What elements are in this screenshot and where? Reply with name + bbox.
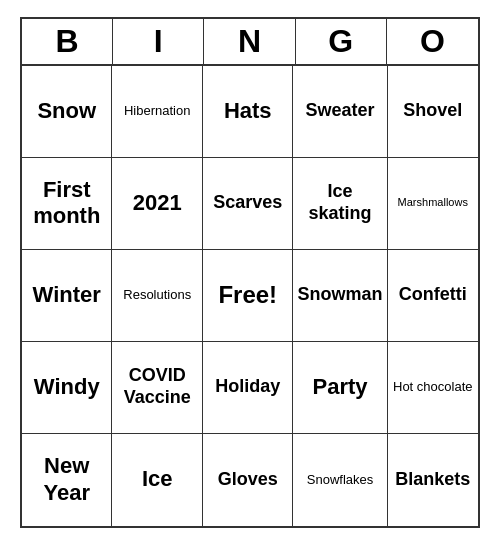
bingo-cell-7: Scarves <box>203 158 294 250</box>
cell-text-9: Marshmallows <box>398 196 468 209</box>
cell-text-11: Resolutions <box>123 287 191 303</box>
cell-text-3: Sweater <box>305 100 374 122</box>
bingo-cell-1: Hibernation <box>112 66 203 158</box>
cell-text-6: 2021 <box>133 190 182 216</box>
cell-text-24: Blankets <box>395 469 470 491</box>
bingo-cell-0: Snow <box>22 66 112 158</box>
bingo-cell-9: Marshmallows <box>388 158 479 250</box>
bingo-cell-18: Party <box>293 342 387 434</box>
bingo-cell-21: Ice <box>112 434 203 526</box>
bingo-card: BINGO SnowHibernationHatsSweaterShovelFi… <box>20 17 480 528</box>
cell-text-10: Winter <box>33 282 101 308</box>
header-letter-I: I <box>113 19 204 64</box>
cell-text-13: Snowman <box>297 284 382 306</box>
cell-text-20: New Year <box>26 453 107 506</box>
cell-text-22: Gloves <box>218 469 278 491</box>
bingo-cell-23: Snowflakes <box>293 434 387 526</box>
bingo-cell-3: Sweater <box>293 66 387 158</box>
cell-text-0: Snow <box>37 98 96 124</box>
cell-text-17: Holiday <box>215 376 280 398</box>
bingo-cell-15: Windy <box>22 342 112 434</box>
cell-text-12: Free! <box>218 281 277 310</box>
cell-text-5: First month <box>26 177 107 230</box>
bingo-cell-17: Holiday <box>203 342 294 434</box>
bingo-cell-22: Gloves <box>203 434 294 526</box>
cell-text-19: Hot chocolate <box>393 379 473 395</box>
bingo-header: BINGO <box>22 19 478 66</box>
header-letter-B: B <box>22 19 113 64</box>
bingo-cell-20: New Year <box>22 434 112 526</box>
bingo-cell-14: Confetti <box>388 250 479 342</box>
cell-text-23: Snowflakes <box>307 472 373 488</box>
bingo-cell-6: 2021 <box>112 158 203 250</box>
bingo-grid: SnowHibernationHatsSweaterShovelFirst mo… <box>22 66 478 526</box>
bingo-cell-8: Ice skating <box>293 158 387 250</box>
cell-text-21: Ice <box>142 466 173 492</box>
cell-text-7: Scarves <box>213 192 282 214</box>
cell-text-8: Ice skating <box>297 181 382 224</box>
bingo-cell-2: Hats <box>203 66 294 158</box>
bingo-cell-16: COVID Vaccine <box>112 342 203 434</box>
cell-text-4: Shovel <box>403 100 462 122</box>
header-letter-G: G <box>296 19 387 64</box>
cell-text-1: Hibernation <box>124 103 191 119</box>
bingo-cell-13: Snowman <box>293 250 387 342</box>
bingo-cell-24: Blankets <box>388 434 479 526</box>
bingo-cell-4: Shovel <box>388 66 479 158</box>
bingo-cell-10: Winter <box>22 250 112 342</box>
cell-text-14: Confetti <box>399 284 467 306</box>
bingo-cell-11: Resolutions <box>112 250 203 342</box>
bingo-cell-5: First month <box>22 158 112 250</box>
header-letter-O: O <box>387 19 478 64</box>
header-letter-N: N <box>204 19 295 64</box>
cell-text-15: Windy <box>34 374 100 400</box>
bingo-cell-19: Hot chocolate <box>388 342 479 434</box>
cell-text-18: Party <box>312 374 367 400</box>
bingo-cell-12: Free! <box>203 250 294 342</box>
cell-text-2: Hats <box>224 98 272 124</box>
cell-text-16: COVID Vaccine <box>116 365 198 408</box>
